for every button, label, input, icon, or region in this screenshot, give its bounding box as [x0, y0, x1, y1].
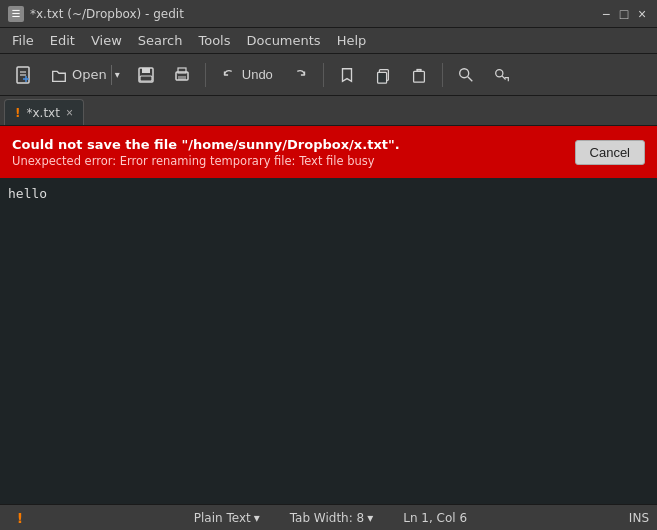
ins-indicator: INS — [629, 511, 649, 525]
find-button[interactable] — [449, 58, 483, 92]
cursor-position: Ln 1, Col 6 — [403, 511, 467, 525]
tab-xtxt[interactable]: ! *x.txt × — [4, 99, 84, 125]
tab-label: *x.txt — [26, 106, 59, 120]
paste-button[interactable] — [402, 58, 436, 92]
tab-close-button[interactable]: × — [66, 107, 73, 119]
copy-button[interactable] — [366, 58, 400, 92]
undo-label: Undo — [242, 67, 273, 82]
svg-rect-10 — [178, 76, 186, 80]
status-bar: ! Plain Text ▾ Tab Width: 8 ▾ Ln 1, Col … — [0, 504, 657, 530]
menu-documents[interactable]: Documents — [239, 31, 329, 50]
editor-content: hello — [8, 186, 47, 201]
plain-text-selector[interactable]: Plain Text ▾ — [194, 511, 260, 525]
app-icon: ☰ — [8, 6, 24, 22]
redo-button[interactable] — [283, 58, 317, 92]
plain-text-label: Plain Text — [194, 511, 251, 525]
error-title: Could not save the file "/home/sunny/Dro… — [12, 137, 565, 152]
menu-file[interactable]: File — [4, 31, 42, 50]
toolbar-separator-2 — [323, 63, 324, 87]
window-controls: − □ × — [599, 7, 649, 21]
tab-bar: ! *x.txt × — [0, 96, 657, 126]
find-replace-button[interactable] — [485, 58, 519, 92]
open-arrow: ▾ — [111, 65, 123, 85]
svg-rect-13 — [413, 71, 424, 82]
plain-text-arrow: ▾ — [254, 511, 260, 525]
tab-width-arrow: ▾ — [367, 511, 373, 525]
position-label: Ln 1, Col 6 — [403, 511, 467, 525]
svg-rect-6 — [142, 68, 150, 73]
status-center: Plain Text ▾ Tab Width: 8 ▾ Ln 1, Col 6 — [32, 511, 629, 525]
bookmark-button[interactable] — [330, 58, 364, 92]
menu-edit[interactable]: Edit — [42, 31, 83, 50]
svg-point-17 — [496, 69, 503, 76]
menu-bar: File Edit View Search Tools Documents He… — [0, 28, 657, 54]
new-button[interactable] — [6, 58, 40, 92]
status-left: ! — [8, 510, 32, 526]
error-banner: Could not save the file "/home/sunny/Dro… — [0, 126, 657, 178]
editor-area[interactable]: hello — [0, 178, 657, 504]
tab-warning-icon: ! — [15, 106, 20, 120]
menu-view[interactable]: View — [83, 31, 130, 50]
print-button[interactable] — [165, 58, 199, 92]
close-button[interactable]: × — [635, 7, 649, 21]
title-bar-left: ☰ *x.txt (~/Dropbox) - gedit — [8, 6, 184, 22]
save-button[interactable] — [129, 58, 163, 92]
svg-point-15 — [460, 68, 469, 77]
window-title: *x.txt (~/Dropbox) - gedit — [30, 7, 184, 21]
maximize-button[interactable]: □ — [617, 7, 631, 21]
open-label: Open — [72, 67, 107, 82]
error-cancel-button[interactable]: Cancel — [575, 140, 645, 165]
menu-help[interactable]: Help — [329, 31, 375, 50]
menu-tools[interactable]: Tools — [190, 31, 238, 50]
toolbar-separator-1 — [205, 63, 206, 87]
toolbar: Open ▾ Undo — [0, 54, 657, 96]
toolbar-separator-3 — [442, 63, 443, 87]
svg-rect-7 — [140, 76, 152, 81]
tab-width-selector[interactable]: Tab Width: 8 ▾ — [290, 511, 374, 525]
status-warning-icon: ! — [17, 510, 23, 526]
open-button[interactable]: Open ▾ — [42, 58, 127, 92]
error-subtitle: Unexpected error: Error renaming tempora… — [12, 154, 565, 168]
tab-width-label: Tab Width: 8 — [290, 511, 364, 525]
error-text: Could not save the file "/home/sunny/Dro… — [12, 137, 565, 168]
undo-button[interactable]: Undo — [212, 58, 281, 92]
svg-rect-12 — [377, 72, 386, 83]
svg-line-16 — [468, 76, 473, 81]
svg-rect-14 — [416, 68, 421, 71]
menu-search[interactable]: Search — [130, 31, 191, 50]
minimize-button[interactable]: − — [599, 7, 613, 21]
title-bar: ☰ *x.txt (~/Dropbox) - gedit − □ × — [0, 0, 657, 28]
